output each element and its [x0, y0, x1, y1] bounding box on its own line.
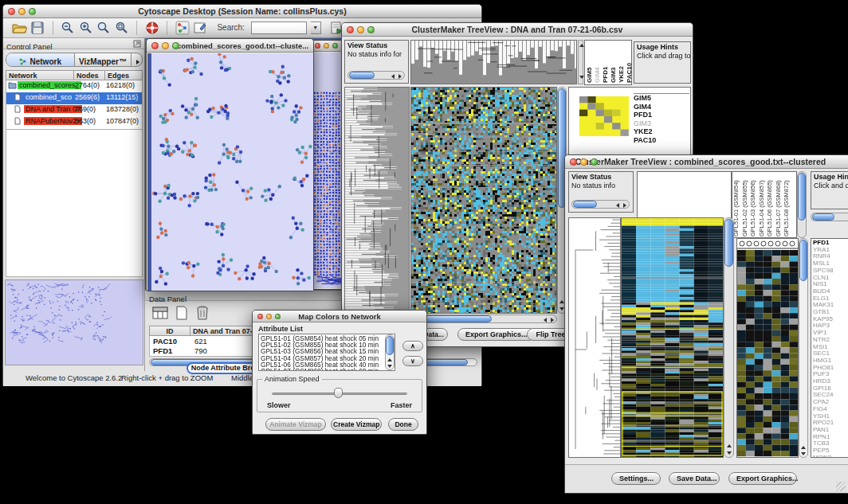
- tv1-row-labels[interactable]: GIM5GIM4PFD1GIM3YKE2PAC10: [634, 93, 689, 158]
- minimize-button[interactable]: [357, 26, 364, 33]
- minimize-button[interactable]: [580, 158, 587, 166]
- tv2-row-labels[interactable]: PFD1YRA1RNR4MSL1SPC98CLN1NIS1BUD4ELG1MAK…: [811, 238, 848, 458]
- save-session-icon[interactable]: [30, 21, 45, 35]
- tv2-column-labels[interactable]: GPL51-01 (GSM854)GPL51-02 (GSM855)GPL51-…: [732, 171, 797, 238]
- tv1-heatmap[interactable]: [410, 87, 557, 314]
- zoom-button[interactable]: [275, 314, 281, 319]
- close-button[interactable]: [347, 26, 354, 33]
- search-dropdown-button[interactable]: ▼: [311, 21, 321, 34]
- data-cell-id[interactable]: PFD1: [153, 346, 172, 355]
- network-list-item[interactable]: combined_scores_2764(0)16218(0): [6, 80, 142, 92]
- tab-vizmapper[interactable]: VizMapper™: [75, 53, 131, 66]
- zoom-button[interactable]: [367, 26, 375, 33]
- minimize-button[interactable]: [18, 8, 26, 15]
- tv2-heatmap[interactable]: [621, 217, 724, 458]
- file-icon: [14, 93, 21, 103]
- tv2-genelist-scrollbar[interactable]: [799, 238, 808, 458]
- data-cell-id[interactable]: PAC10: [153, 337, 177, 346]
- zoom-out-icon[interactable]: [61, 21, 75, 35]
- network-edges-count: 183728(0): [106, 105, 139, 113]
- attribute-listbox[interactable]: GPL51-01 (GSM854) heat shock 05 minGPL51…: [258, 334, 395, 371]
- tv1-column-labels[interactable]: GIM5GIM4PFD1GIM3YKE2PAC10: [584, 40, 632, 85]
- network-list-item[interactable]: DNA and Tran 07769(0)183728(0): [6, 104, 142, 116]
- float-panel-icon[interactable]: [133, 40, 141, 48]
- tv2-export-graphics-button[interactable]: Export Graphics...: [728, 472, 797, 485]
- tv2-collabel-scrollbar[interactable]: [797, 171, 807, 238]
- create-vizmap-button[interactable]: Create Vizmap: [331, 418, 382, 431]
- tv1-view-status-text: No status info for: [347, 50, 406, 59]
- attribute-select-icon[interactable]: [151, 305, 169, 321]
- minimize-button[interactable]: [266, 314, 272, 319]
- tv2-status-scrollbar[interactable]: [571, 200, 630, 209]
- tab-network[interactable]: Network: [6, 53, 75, 66]
- folder-icon: [8, 81, 17, 91]
- move-up-button[interactable]: ∧: [402, 341, 423, 351]
- treeview-window-combined[interactable]: ClusterMaker TreeView : combined_scores_…: [564, 154, 848, 494]
- network-table-header-network[interactable]: Network: [6, 70, 74, 80]
- tv1-export-graphics-button[interactable]: Export Graphics...: [457, 328, 536, 341]
- network-view-window[interactable]: combined_scores_good.txt--cluste...: [146, 38, 314, 291]
- new-attribute-icon[interactable]: [174, 305, 190, 321]
- data-cell-value[interactable]: 790: [194, 346, 207, 355]
- zoom-selected-icon[interactable]: [96, 21, 111, 35]
- close-button[interactable]: [151, 42, 159, 49]
- map-colors-dialog[interactable]: Map Colors to Network Attribute List GPL…: [252, 310, 427, 435]
- tv2-column-label: GPL51-02 (GSM855): [741, 173, 750, 236]
- faster-label: Faster: [391, 401, 412, 409]
- main-title-bar[interactable]: Cytoscape Desktop (Session Name: collins…: [3, 5, 481, 18]
- search-input[interactable]: [251, 21, 307, 34]
- network-overview-icon[interactable]: [175, 21, 190, 35]
- tv2-save-data-button[interactable]: Save Data...: [669, 472, 720, 485]
- annotation-icon[interactable]: [193, 21, 207, 35]
- zoom-button[interactable]: [29, 8, 36, 15]
- network-view-title: combined_scores_good.txt--cluste...: [177, 41, 313, 50]
- network-list-item[interactable]: RNAPuberNov2+563(0)107847(0): [6, 116, 142, 128]
- minimize-button[interactable]: [324, 43, 329, 49]
- network-canvas[interactable]: [147, 53, 313, 291]
- tv2-row-dendrogram[interactable]: [568, 217, 621, 458]
- network-edges-count: 107847(0): [106, 117, 139, 125]
- close-button[interactable]: [257, 314, 263, 319]
- tv1-column-dendrogram[interactable]: [410, 40, 577, 84]
- tv1-gutter-arrows[interactable]: [578, 40, 583, 84]
- open-session-icon[interactable]: [11, 21, 27, 35]
- attribute-list-item[interactable]: GPL51-07 (GSM868) heat shock 60 min: [261, 368, 393, 371]
- network-list-item[interactable]: combined_sco2569(6)13112(15): [6, 92, 142, 104]
- tv1-zoom-heatmap[interactable]: [579, 96, 629, 136]
- animation-speed-label: Animation Speed: [262, 375, 322, 383]
- animate-vizmap-button[interactable]: Animate Vizmap: [265, 418, 326, 431]
- tab-overflow-button[interactable]: [131, 53, 143, 66]
- data-table-header-id[interactable]: ID: [149, 326, 190, 336]
- tv2-zoom-hscrollbar[interactable]: [811, 213, 848, 221]
- slider-thumb[interactable]: [334, 388, 343, 398]
- minimize-button[interactable]: [162, 42, 169, 49]
- network-table-header-nodes[interactable]: Nodes: [73, 70, 105, 80]
- zoom-button[interactable]: [332, 43, 338, 49]
- zoom-button[interactable]: [172, 42, 179, 49]
- close-button[interactable]: [570, 158, 577, 166]
- done-button[interactable]: Done: [388, 418, 418, 431]
- close-button[interactable]: [8, 8, 15, 15]
- tv2-settings-button[interactable]: Settings...: [611, 472, 661, 485]
- tv1-hscrollbar[interactable]: [410, 315, 557, 323]
- zoom-in-icon[interactable]: [79, 21, 93, 35]
- attribute-list-scrollbar[interactable]: [385, 334, 395, 370]
- animation-speed-group: Animation Speed Slower Faster: [257, 379, 422, 412]
- tv1-column-label: YKE2: [618, 42, 625, 83]
- help-lifering-icon[interactable]: [145, 21, 159, 35]
- close-button[interactable]: [315, 43, 320, 49]
- data-cell-value[interactable]: 621: [194, 337, 207, 346]
- tv2-zoom-heatmap[interactable]: [736, 238, 799, 458]
- zoom-fit-icon[interactable]: [115, 21, 129, 35]
- move-down-button[interactable]: ∨: [402, 356, 423, 366]
- tv1-status-scrollbar[interactable]: [347, 71, 405, 80]
- tv1-row-dendrogram[interactable]: [344, 87, 410, 314]
- tv2-vscrollbar[interactable]: [724, 217, 734, 458]
- tv2-view-status-text: No status info: [571, 182, 630, 190]
- network-overview-panel[interactable]: [5, 279, 143, 365]
- network-table-header-edges[interactable]: Edges: [104, 70, 143, 80]
- delete-attribute-icon[interactable]: [194, 305, 210, 321]
- resize-grip[interactable]: [836, 482, 846, 491]
- main-window-title: Cytoscape Desktop (Session Name: collins…: [3, 6, 481, 16]
- zoom-button[interactable]: [591, 158, 598, 166]
